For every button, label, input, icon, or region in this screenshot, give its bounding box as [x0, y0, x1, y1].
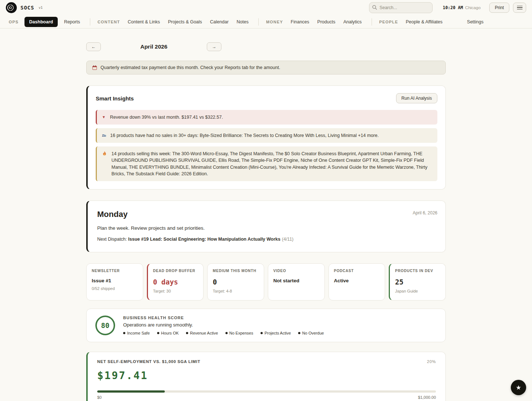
nav-divider [372, 18, 372, 26]
stat-label: PODCAST [334, 269, 380, 273]
stat-card-newsletter: NEWSLETTER Issue #1 0/52 shipped [86, 263, 143, 301]
stat-card-video: VIDEO Not started [268, 263, 325, 301]
stat-value: Issue #1 [92, 278, 138, 283]
trend-down-icon: ▼ [102, 114, 106, 120]
stat-label: VIDEO [273, 269, 319, 273]
nav-item-notes[interactable]: Notes [237, 19, 249, 24]
business-health-card: 80 BUSINESS HEALTH SCORE Operations are … [86, 309, 446, 342]
insight-text: Revenue down 39% vs last month. $197.41 … [110, 114, 223, 121]
health-label: BUSINESS HEALTH SCORE [123, 316, 324, 320]
nav-item-content-links[interactable]: Content & Links [128, 19, 160, 24]
run-ai-analysis-button[interactable]: Run AI Analysis [396, 93, 437, 103]
health-badge: No Overdue [298, 331, 324, 335]
insight-text: 14 products selling this week: The 300-W… [111, 150, 432, 177]
stat-card-products-in-dev: PRODUCTS IN DEV 25 Japan Guide [389, 263, 446, 301]
search-box [369, 2, 433, 13]
dispatch-label: Next Dispatch: [97, 237, 128, 242]
stat-label: NEWSLETTER [92, 269, 138, 273]
stat-value: Active [334, 278, 380, 283]
today-date: April 6, 2026 [413, 210, 437, 215]
insight-selling-products: 14 products selling this week: The 300-W… [96, 146, 437, 181]
star-icon: ★ [516, 384, 521, 392]
tax-alert-text: Quarterly estimated tax payment due this… [100, 65, 280, 70]
health-badge: Income Safe [123, 331, 150, 335]
health-badges: Income Safe Hours OK Revenue Active No E… [123, 331, 324, 335]
health-badge: Revenue Active [186, 331, 218, 335]
nav-item-people-affiliates[interactable]: People & Affiliates [406, 19, 443, 24]
app-name: SOCS [20, 5, 34, 11]
stat-value: Not started [273, 278, 319, 283]
smart-insights-title: Smart Insights [96, 95, 134, 102]
smart-insights-card: Smart Insights Run AI Analysis ▼ Revenue… [86, 85, 446, 190]
app-version: v1 [39, 6, 43, 9]
sga-amount: $197.41 [97, 370, 436, 382]
sga-limit-card: NET SELF-EMPLOYMENT VS. $1,000 SGA LIMIT… [86, 352, 446, 401]
calendar-icon [92, 65, 97, 70]
flame-icon [102, 151, 107, 157]
today-title: Monday [97, 210, 436, 219]
tax-alert-banner: Quarterly estimated tax payment due this… [86, 61, 446, 75]
stat-sub: Target: 30 [153, 289, 198, 293]
dot-icon [225, 332, 228, 334]
main-nav: OPS Dashboard Reports CONTENT Content & … [0, 15, 532, 28]
health-badge: Projects Active [261, 331, 291, 335]
nav-section-people: PEOPLE [379, 20, 398, 24]
stat-sub: Japan Guide [395, 289, 440, 293]
nav-item-products[interactable]: Products [317, 19, 335, 24]
health-badge: No Expenses [225, 331, 253, 335]
nav-item-dashboard[interactable]: Dashboard [24, 17, 58, 27]
nav-section-money: MONEY [266, 20, 283, 24]
app-logo-icon [6, 2, 17, 13]
dispatch-title: Issue #19 Lead: Social Engineering: How … [128, 237, 281, 242]
dispatch-progress: (4/11) [282, 237, 294, 242]
stat-sub: Target: 4-8 [213, 289, 259, 293]
search-input[interactable] [369, 2, 433, 13]
print-button[interactable]: Print [489, 3, 509, 13]
zzz-icon: zzz [102, 132, 106, 138]
star-fab-button[interactable]: ★ [511, 380, 526, 395]
stat-label: DEAD DROP BUFFER [153, 269, 198, 273]
stat-card-dead-drop-buffer: DEAD DROP BUFFER 0 days Target: 30 [147, 263, 204, 301]
sga-percent: 20% [427, 359, 436, 364]
next-month-button[interactable]: → [207, 42, 221, 51]
stat-card-row: NEWSLETTER Issue #1 0/52 shipped DEAD DR… [86, 263, 446, 301]
dot-icon [123, 332, 125, 334]
insight-revenue-down: ▼ Revenue down 39% vs last month. $197.4… [96, 110, 437, 125]
prev-month-button[interactable]: ← [86, 42, 101, 51]
dot-icon [186, 332, 188, 334]
stat-value: 25 [395, 278, 440, 286]
dot-icon [261, 332, 263, 334]
health-badge: Hours OK [157, 331, 179, 335]
top-header: SOCS v1 10:20 AM Chicago Print [0, 0, 532, 15]
nav-section-ops: OPS [9, 20, 19, 24]
nav-section-content: CONTENT [98, 20, 120, 24]
nav-item-reports[interactable]: Reports [64, 19, 80, 24]
stat-label: MEDIUM THIS MONTH [213, 269, 259, 273]
stat-card-podcast: PODCAST Active [328, 263, 385, 301]
clock-city: Chicago [465, 5, 480, 10]
sga-progress-track [97, 390, 436, 393]
nav-item-calendar[interactable]: Calendar [210, 19, 229, 24]
clock: 10:20 AM Chicago [443, 5, 481, 10]
search-icon [372, 5, 377, 10]
sga-scale: $0 $1,000.00 [97, 395, 436, 400]
insight-stale-products: zzz 16 products have had no sales in 30+… [96, 128, 437, 143]
next-dispatch-line: Next Dispatch: Issue #19 Lead: Social En… [97, 237, 436, 242]
month-title: April 2026 [101, 43, 207, 50]
clock-time: 10:20 AM [443, 5, 463, 10]
nav-item-projects-goals[interactable]: Projects & Goals [168, 19, 202, 24]
stat-value: 0 [213, 278, 259, 286]
dot-icon [157, 332, 159, 334]
stat-label: PRODUCTS IN DEV [395, 269, 440, 273]
nav-item-analytics[interactable]: Analytics [343, 19, 362, 24]
dashboard-content: ← April 2026 → Quarterly estimated tax p… [86, 28, 446, 401]
stat-sub: 0/52 shipped [92, 286, 138, 291]
stat-value: 0 days [153, 278, 198, 286]
smart-insights-header: Smart Insights Run AI Analysis [96, 93, 437, 103]
nav-divider [90, 18, 90, 26]
nav-item-settings[interactable]: Settings [467, 19, 483, 24]
menu-button[interactable] [513, 3, 526, 13]
nav-item-finances[interactable]: Finances [291, 19, 309, 24]
stat-card-medium: MEDIUM THIS MONTH 0 Target: 4-8 [207, 263, 264, 301]
sga-scale-min: $0 [97, 395, 102, 400]
